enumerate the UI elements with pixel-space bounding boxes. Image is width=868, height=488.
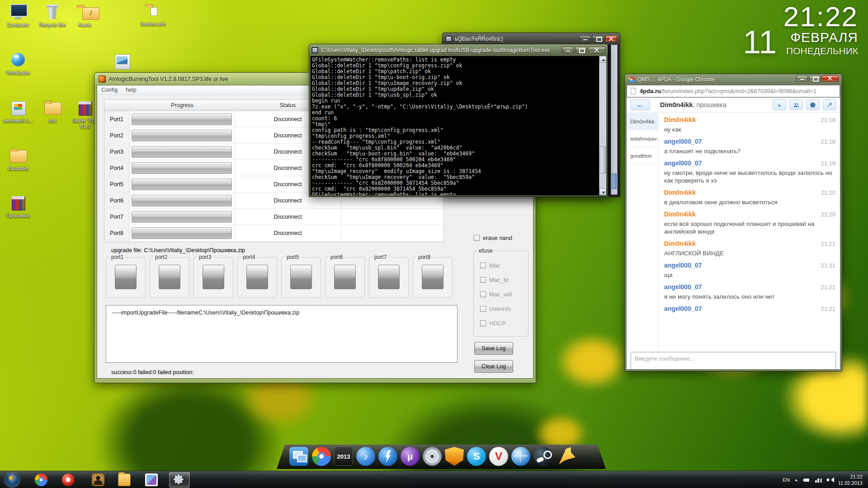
volume-tray-icon[interactable]: [826, 477, 834, 483]
checkbox[interactable]: [480, 306, 486, 312]
port-button[interactable]: [422, 265, 443, 289]
network-tray-icon[interactable]: [815, 477, 822, 483]
imageburntool-console-window: C:\Users\Vitaliy_\Desktop\soft\Amlogic t…: [309, 44, 608, 197]
taskbar-active-app-button[interactable]: [169, 472, 190, 488]
scrollbar-thumb[interactable]: [612, 174, 617, 189]
scrollbar-thumb[interactable]: [600, 146, 606, 174]
back-button[interactable]: ←: [630, 99, 650, 110]
port-group-7: port7: [369, 257, 409, 298]
checkbox[interactable]: [480, 320, 486, 326]
port-button[interactable]: [159, 265, 180, 289]
console-icon: [445, 36, 452, 42]
efuse-option-mac-wifi[interactable]: Mac_wifi: [480, 291, 512, 298]
result-status-line: success:0 failed:0 failed position:: [111, 369, 194, 375]
minimize-button[interactable]: [562, 47, 574, 53]
dock-displays-icon[interactable]: [289, 447, 308, 466]
gadget-month: ФЕВРАЛЯ: [783, 30, 858, 45]
port-button[interactable]: [246, 265, 268, 289]
dialog-item[interactable]: goodthon: [627, 147, 658, 164]
clear-log-button[interactable]: Clear Log: [474, 360, 513, 373]
desktop-icon-music[interactable]: Music: [68, 3, 102, 28]
new-dialog-button[interactable]: +: [773, 99, 786, 110]
contacts-button[interactable]: [789, 99, 803, 110]
dock-lightning-icon[interactable]: [378, 447, 397, 466]
scrollbar[interactable]: [599, 56, 606, 195]
dock-steam-icon[interactable]: [533, 447, 552, 466]
folder-icon: [8, 146, 28, 164]
taskbar-chrome-button[interactable]: [31, 472, 52, 488]
efuse-option-mac-bt[interactable]: Mac_bt: [480, 277, 509, 283]
desktop-icon-ifunbox[interactable]: ifunbox.win: [136, 2, 170, 27]
progress-bar: [132, 211, 232, 223]
desktop-icon-vistalizator[interactable]: Vistalizator: [1, 51, 35, 76]
maximize-button[interactable]: [809, 75, 821, 82]
address-bar[interactable]: 4pda.ru/forum/index.php?act=qms&mid=2687…: [627, 85, 840, 97]
port-label: Port8: [104, 225, 129, 241]
progress-bar: [132, 146, 232, 158]
settings-button[interactable]: [806, 99, 820, 110]
menu-help[interactable]: help: [122, 87, 141, 93]
taskbar: EN ▲ 21:22 11.02.2013: [0, 471, 868, 488]
efuse-option-hdcp[interactable]: HDCP: [480, 320, 506, 327]
console-title-bar[interactable]: C:\Users\Vitaliy_\Desktop\soft\Amlogic t…: [309, 44, 608, 56]
port-button[interactable]: [203, 265, 224, 289]
erase-nand-option[interactable]: erase nand: [474, 235, 512, 241]
scrollbar[interactable]: [611, 45, 618, 195]
dock-utorrent-icon[interactable]: µ: [401, 447, 420, 466]
minimize-button[interactable]: [796, 75, 808, 82]
usb-tray-icon[interactable]: [803, 477, 810, 483]
desktop-icon-proshivka[interactable]: Прошивка: [1, 193, 35, 219]
chrome-title-bar[interactable]: QMS .:. 4PDA - Google Chrome: [627, 74, 840, 85]
close-button[interactable]: [821, 75, 839, 82]
dock-globe-icon[interactable]: [511, 447, 530, 466]
checkbox[interactable]: [480, 277, 486, 283]
dock-disc-icon[interactable]: [423, 447, 442, 466]
dock-calendar-icon[interactable]: 2013: [334, 447, 353, 466]
dialog-item[interactable]: astahovpav: [627, 130, 658, 147]
close-button[interactable]: [605, 35, 617, 42]
dock-itunes-icon[interactable]: ♪: [356, 447, 375, 466]
language-indicator[interactable]: EN: [783, 477, 790, 483]
menu-config[interactable]: Config: [97, 87, 122, 93]
desktop-icon-photo[interactable]: [105, 52, 139, 72]
minimize-button[interactable]: [579, 35, 591, 42]
taskbar-explorer-button[interactable]: [114, 472, 135, 488]
start-button[interactable]: [5, 472, 20, 488]
open-full-button[interactable]: ↗: [823, 99, 836, 110]
desktop-icon-label: windows6.1...: [1, 118, 35, 124]
scroll-down-arrow[interactable]: [599, 188, 606, 195]
taskbar-counterstrike-button[interactable]: [88, 472, 108, 488]
checkbox[interactable]: [480, 291, 486, 297]
maximize-button[interactable]: [592, 35, 604, 42]
dialog-item-selected[interactable]: Dim0n4ikk: [627, 113, 658, 130]
port-button[interactable]: [378, 265, 400, 289]
maximize-button[interactable]: [575, 47, 587, 53]
port-button[interactable]: [115, 265, 137, 289]
console-title-bar[interactable]: ьQĐasŦeŔŔo#ßrá:]: [443, 33, 620, 44]
desktop-icon-computer[interactable]: Computer: [1, 3, 35, 28]
efuse-option-mac[interactable]: Mac: [480, 262, 500, 269]
message-input[interactable]: [631, 352, 836, 369]
port-button[interactable]: [290, 265, 312, 289]
efuse-group: efuse Mac Mac_bt Mac_wifi Userinfo HDCP: [473, 251, 528, 337]
dock-chrome-icon[interactable]: [312, 447, 331, 466]
efuse-option-userinfo[interactable]: Userinfo: [480, 305, 511, 312]
checkbox[interactable]: [480, 263, 486, 268]
desktop-icon-ondamid[interactable]: OndaMid: [1, 146, 35, 172]
desktop-icon-windows61[interactable]: windows6.1...: [1, 99, 35, 124]
taskbar-photos-button[interactable]: [141, 472, 162, 488]
page-icon: [631, 88, 636, 94]
port-button[interactable]: [334, 265, 356, 289]
external-link-icon: ↗: [827, 101, 833, 109]
dock-v-icon[interactable]: V: [489, 447, 508, 466]
desktop-icon-recycle-bin[interactable]: Recycle Bin: [35, 3, 70, 28]
dock-skype-icon[interactable]: S: [467, 447, 486, 466]
close-button[interactable]: [588, 47, 605, 53]
taskbar-player-button[interactable]: [58, 472, 79, 488]
tray-expand-icon[interactable]: ▲: [794, 478, 798, 482]
desktop-icon-soft[interactable]: soft: [35, 99, 70, 124]
scroll-up-arrow[interactable]: [599, 56, 606, 63]
erase-nand-checkbox[interactable]: [474, 235, 480, 241]
taskbar-clock[interactable]: 21:22 11.02.2013: [838, 474, 864, 486]
save-log-button[interactable]: Save Log: [474, 342, 513, 355]
